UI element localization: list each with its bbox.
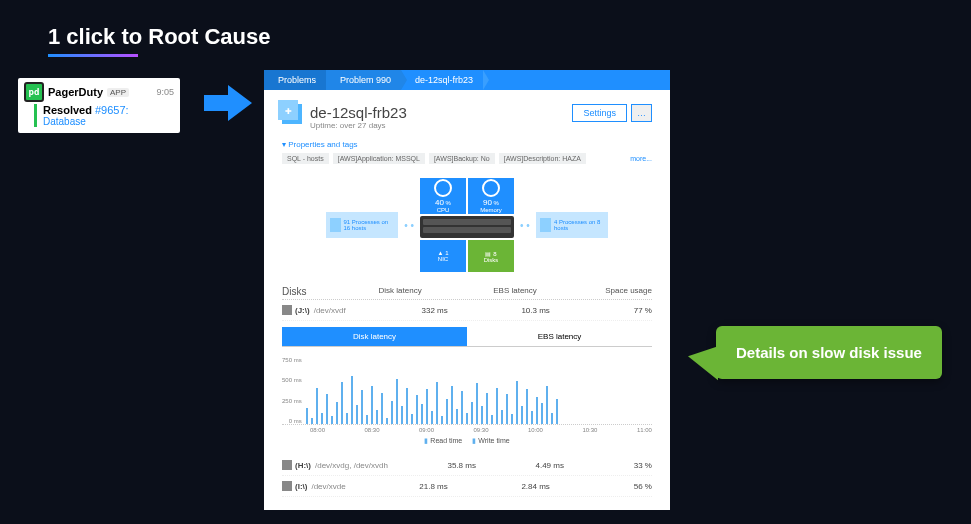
disk-row[interactable]: (J:\) /dev/xvdf 332 ms 10.3 ms 77 % (282, 300, 652, 321)
host-name: de-12sql-frb23 (310, 104, 407, 121)
title-underline (48, 54, 138, 57)
service-link[interactable]: Database (43, 116, 174, 127)
disk-row[interactable]: (H:\) /dev/xvdg, /dev/xvdh 35.8 ms 4.49 … (282, 455, 652, 476)
drive-icon (282, 305, 292, 315)
tag[interactable]: [AWS]Backup: No (429, 153, 495, 164)
disk-row[interactable]: (I:\) /dev/xvde 21.8 ms 2.84 ms 56 % (282, 476, 652, 497)
latency-chart[interactable]: 750 ms 500 ms 250 ms 0 ms (282, 357, 652, 425)
connector-icon: • • (520, 220, 530, 231)
tags-row: SQL - hosts [AWS]Application: MSSQL [AWS… (282, 153, 652, 164)
properties-toggle[interactable]: ▾ Properties and tags (282, 140, 652, 149)
disks-tile[interactable]: ▤ 8 Disks (468, 240, 514, 272)
breadcrumb: Problems Problem 990 de-12sql-frb23 (264, 70, 670, 90)
tab-ebs-latency[interactable]: EBS latency (467, 327, 652, 347)
slide-title: 1 click to Root Cause (48, 24, 271, 50)
breadcrumb-problems[interactable]: Problems (264, 70, 326, 90)
x-axis: 08:00 08:30 09:00 09:30 10:00 10:30 11:0… (282, 427, 652, 433)
breadcrumb-problem-id[interactable]: Problem 990 (326, 70, 401, 90)
disks-title: Disks (282, 286, 306, 297)
arrow-icon (204, 85, 252, 121)
topology-diagram: 91 Processes on 16 hosts • • 40 % CPU 90… (282, 178, 652, 272)
annotation-callout: Details on slow disk issue (716, 326, 942, 379)
latency-tabs: Disk latency EBS latency (282, 327, 652, 347)
app-badge: APP (107, 88, 129, 97)
chart-bars (306, 357, 652, 424)
pagerduty-app-name: PagerDuty (48, 86, 103, 98)
cpu-gauge[interactable]: 40 % CPU (420, 178, 466, 214)
more-actions-button[interactable]: … (631, 104, 652, 122)
nic-tile[interactable]: ▲ 1 NIC (420, 240, 466, 272)
dynatrace-panel: Problems Problem 990 de-12sql-frb23 de-1… (264, 70, 670, 510)
pagerduty-notification[interactable]: pd PagerDuty APP 9:05 Resolved #9657: Da… (18, 78, 180, 133)
drive-icon (282, 460, 292, 470)
tag[interactable]: [AWS]Description: HAZA (499, 153, 586, 164)
topology-left-box[interactable]: 91 Processes on 16 hosts (326, 212, 398, 238)
server-icon (420, 216, 514, 238)
host-uptime: Uptime: over 27 days (310, 121, 407, 130)
topology-right-box[interactable]: 4 Processes on 8 hosts (536, 212, 608, 238)
tag[interactable]: [AWS]Application: MSSQL (333, 153, 425, 164)
settings-button[interactable]: Settings (572, 104, 627, 122)
ticket-link[interactable]: #9657: (95, 104, 129, 116)
host-icon (282, 104, 302, 124)
breadcrumb-host[interactable]: de-12sql-frb23 (401, 70, 483, 90)
chart-legend: Read time Write time (282, 437, 652, 445)
status-label: Resolved (43, 104, 92, 116)
drive-icon (282, 481, 292, 491)
connector-icon: • • (404, 220, 414, 231)
tag[interactable]: SQL - hosts (282, 153, 329, 164)
pagerduty-logo-icon: pd (24, 82, 44, 102)
more-tags-link[interactable]: more... (630, 155, 652, 162)
notification-time: 9:05 (156, 87, 174, 97)
tab-disk-latency[interactable]: Disk latency (282, 327, 467, 347)
memory-gauge[interactable]: 90 % Memory (468, 178, 514, 214)
y-axis: 750 ms 500 ms 250 ms 0 ms (282, 357, 302, 424)
disks-header: Disks Disk latency EBS latency Space usa… (282, 286, 652, 300)
